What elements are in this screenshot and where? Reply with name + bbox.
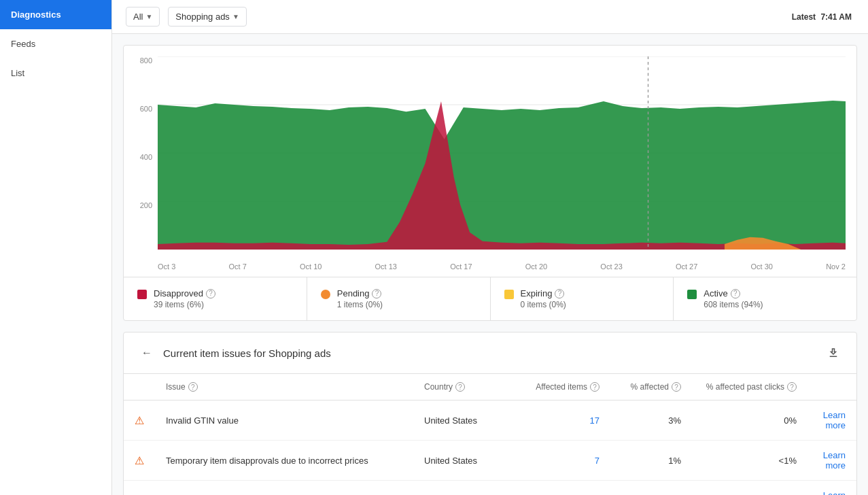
filter-label: All [133,12,143,22]
legend-info-expiring: Expiring ? 0 items (0%) [521,288,566,309]
download-icon [827,347,839,359]
ads-type-arrow-icon: ▼ [232,13,239,20]
row1-issue: Invalid GTIN value [155,400,413,441]
th-pct-affected: % affected ? [610,374,692,400]
warning-icon-row2: ⚠ [135,455,144,466]
legend-label-disapproved: Disapproved [154,288,203,298]
row3-clicks: <1% [692,481,808,496]
help-icon-pct-col[interactable]: ? [672,382,681,392]
issues-title-text: Current item issues for Shopping ads [163,347,331,359]
ads-type-dropdown[interactable]: Shopping ads ▼ [168,7,246,27]
row1-learn-more[interactable]: Learn more [823,410,846,430]
chart-x-labels: Oct 3 Oct 7 Oct 10 Oct 13 Oct 17 Oct 20 … [158,256,846,277]
row2-issue: Temporary item disapprovals due to incor… [155,441,413,481]
row2-country: United States [413,441,522,481]
latest-label: Latest [792,12,816,22]
th-pct-affected-label: % affected [631,382,669,392]
main-content: All ▼ Shopping ads ▼ Latest 7:41 AM 800 … [112,0,868,495]
th-pct-clicks-label: % affected past clicks [706,382,784,392]
warning-icon-row1: ⚠ [135,415,144,426]
legend-label-pending: Pending [337,288,370,298]
table-row: ⚠ Product pages cannot be accessed Unite… [124,481,856,496]
sidebar-item-feeds[interactable]: Feeds [0,29,111,58]
help-icon-clicks-col[interactable]: ? [787,382,797,392]
toolbar: All ▼ Shopping ads ▼ Latest 7:41 AM [112,0,868,34]
row2-clicks: <1% [692,441,808,481]
legend-count-expiring: 0 items (0%) [521,300,566,309]
row3-learn-more[interactable]: Learn more [823,490,846,495]
download-button[interactable] [824,343,843,362]
chart-container: 800 600 400 200 [124,46,856,277]
x-label-oct30: Oct 30 [751,262,773,271]
help-icon-issue-col[interactable]: ? [188,382,198,392]
y-label-400: 400 [140,153,152,161]
help-icon-expiring[interactable]: ? [555,289,564,298]
th-action [808,374,856,400]
legend-active: Active ? 608 items (94%) [674,277,856,320]
th-affected-label: Affected items [536,382,587,392]
issues-title: ← Current item issues for Shopping ads [137,343,331,362]
row3-icon-cell: ⚠ [124,481,155,496]
issues-header: ← Current item issues for Shopping ads [124,332,856,374]
row2-affected: 7 [522,441,610,481]
latest-time: 7:41 AM [820,12,852,22]
issues-table: Issue ? Country ? Affected items ? [124,374,856,495]
x-label-oct13: Oct 13 [375,262,397,271]
row3-affected: 5 [522,481,610,496]
x-label-oct17: Oct 17 [450,262,472,271]
th-issue: Issue ? [155,374,413,400]
legend-label-expiring: Expiring [521,288,553,298]
x-label-oct23: Oct 23 [600,262,622,271]
th-country: Country ? [413,374,522,400]
row1-pct: 3% [610,400,692,441]
row1-affected-link[interactable]: 17 [590,415,600,426]
toolbar-right: Latest 7:41 AM [792,12,854,22]
help-icon-affected-col[interactable]: ? [590,382,600,392]
x-label-oct7: Oct 7 [228,262,246,271]
legend-section: Disapproved ? 39 items (6%) Pending ? 1 … [124,277,856,320]
sidebar-item-diagnostics[interactable]: Diagnostics [0,0,111,29]
row3-issue: Product pages cannot be accessed [155,481,413,496]
filter-arrow-icon: ▼ [145,13,152,20]
filter-dropdown[interactable]: All ▼ [126,7,160,27]
sidebar-item-list[interactable]: List [0,58,111,88]
help-icon-pending[interactable]: ? [372,289,381,298]
th-icon [124,374,155,400]
legend-count-pending: 1 items (0%) [337,300,383,309]
help-icon-disapproved[interactable]: ? [206,289,215,298]
table-row: ⚠ Temporary item disapprovals due to inc… [124,441,856,481]
th-country-label: Country [424,382,453,392]
row2-pct: 1% [610,441,692,481]
legend-info-disapproved: Disapproved ? 39 items (6%) [154,288,215,309]
y-label-600: 600 [140,105,152,113]
chart-svg [158,56,846,250]
x-label-oct3: Oct 3 [158,262,175,271]
active-area [158,101,846,250]
help-icon-country-col[interactable]: ? [455,382,465,392]
chart-svg-area [158,56,846,250]
row2-learn-more[interactable]: Learn more [823,450,846,471]
issues-table-header-row: Issue ? Country ? Affected items ? [124,374,856,400]
chart-y-labels: 800 600 400 200 [124,56,158,250]
row3-action: Learn more [808,481,856,496]
legend-count-disapproved: 39 items (6%) [154,300,215,309]
x-label-nov2: Nov 2 [826,262,846,271]
issues-table-head: Issue ? Country ? Affected items ? [124,374,856,400]
legend-color-pending [321,290,330,299]
row2-affected-link[interactable]: 7 [595,456,600,466]
back-button[interactable]: ← [137,343,156,362]
legend-info-active: Active ? 608 items (94%) [704,288,763,309]
help-icon-active[interactable]: ? [731,289,740,298]
legend-pending: Pending ? 1 items (0%) [307,277,491,320]
y-label-800: 800 [140,56,152,65]
x-label-oct10: Oct 10 [300,262,322,271]
x-label-oct20: Oct 20 [525,262,547,271]
row1-country: United States [413,400,522,441]
legend-info-pending: Pending ? 1 items (0%) [337,288,383,309]
row3-pct: <1% [610,481,692,496]
ads-type-label: Shopping ads [175,12,230,22]
row2-icon-cell: ⚠ [124,441,155,481]
table-row: ⚠ Invalid GTIN value United States 17 3%… [124,400,856,441]
issues-section: ← Current item issues for Shopping ads I… [123,332,857,495]
x-label-oct27: Oct 27 [676,262,697,271]
